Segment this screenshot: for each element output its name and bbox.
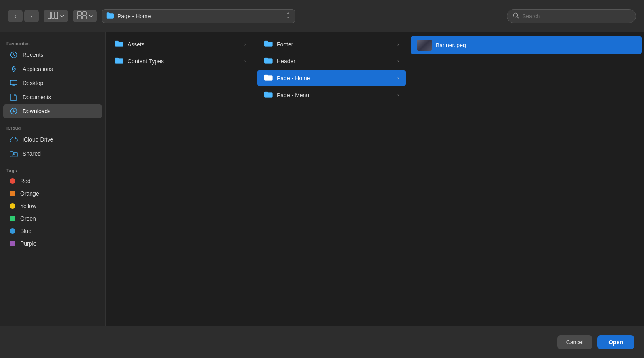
folder-icon bbox=[115, 40, 123, 49]
file-item-header[interactable]: Header › bbox=[257, 53, 406, 69]
folder-icon bbox=[264, 90, 273, 100]
tag-dot-red bbox=[10, 178, 15, 184]
svg-point-9 bbox=[13, 68, 15, 69]
tags-label: Tags bbox=[0, 166, 105, 175]
svg-rect-6 bbox=[83, 16, 86, 19]
sidebar-item-label: Purple bbox=[20, 240, 36, 247]
sidebar-item-label: Red bbox=[20, 178, 31, 184]
file-item-name: Banner.jpeg bbox=[436, 42, 466, 48]
sidebar-item-tag-yellow[interactable]: Yellow bbox=[3, 200, 102, 212]
sidebar-item-icloud-drive[interactable]: iCloud Drive bbox=[3, 133, 102, 146]
svg-rect-0 bbox=[48, 12, 51, 19]
file-item-name: Page - Menu bbox=[277, 92, 393, 98]
main-area: Favourites Recents Applications bbox=[0, 32, 644, 326]
thumbnail-image bbox=[417, 40, 432, 51]
doc-icon bbox=[10, 93, 18, 101]
chevron-right-icon: › bbox=[397, 75, 399, 81]
file-item-name: Content Types bbox=[128, 58, 240, 65]
tag-dot-green bbox=[10, 216, 15, 221]
file-item-name: Header bbox=[277, 58, 393, 65]
sidebar-item-tag-red[interactable]: Red bbox=[3, 175, 102, 187]
sidebar-item-label: Desktop bbox=[23, 80, 43, 86]
file-column-2: Footer › Header › bbox=[255, 32, 408, 326]
view-grid-button[interactable] bbox=[73, 10, 97, 22]
svg-rect-3 bbox=[77, 12, 81, 15]
cancel-button[interactable]: Cancel bbox=[557, 335, 593, 349]
sidebar-item-label: Blue bbox=[20, 228, 31, 234]
svg-rect-5 bbox=[77, 16, 81, 19]
sidebar-item-downloads[interactable]: Downloads bbox=[3, 104, 102, 118]
svg-rect-10 bbox=[10, 80, 17, 85]
tag-dot-yellow bbox=[10, 203, 15, 209]
columns-icon bbox=[48, 11, 58, 21]
file-item-name: Footer bbox=[277, 41, 393, 48]
sidebar-item-label: Downloads bbox=[23, 108, 50, 114]
columns-dropdown-arrow bbox=[60, 13, 64, 19]
sidebar-item-label: Green bbox=[20, 215, 36, 222]
sidebar-item-label: Applications bbox=[23, 66, 53, 72]
sidebar-item-label: Yellow bbox=[20, 203, 36, 209]
location-bar[interactable]: Page - Home bbox=[102, 9, 295, 23]
view-columns-button[interactable] bbox=[44, 10, 68, 22]
file-item-name: Page - Home bbox=[277, 75, 393, 81]
tag-dot-orange bbox=[10, 191, 15, 196]
tag-dot-blue bbox=[10, 228, 15, 234]
nav-buttons: ‹ › bbox=[8, 10, 39, 22]
sidebar: Favourites Recents Applications bbox=[0, 32, 106, 326]
folder-icon bbox=[115, 56, 123, 66]
icloud-label: iCloud bbox=[0, 123, 105, 132]
monitor-icon bbox=[10, 79, 18, 87]
folder-icon bbox=[264, 40, 273, 49]
sidebar-item-desktop[interactable]: Desktop bbox=[3, 76, 102, 90]
file-item-page-menu[interactable]: Page - Menu › bbox=[257, 87, 406, 103]
forward-button[interactable]: › bbox=[24, 10, 39, 22]
bottom-bar: Cancel Open bbox=[0, 326, 644, 358]
grid-dropdown-arrow bbox=[89, 13, 93, 19]
rocket-icon bbox=[10, 65, 18, 73]
clock-icon bbox=[10, 51, 18, 59]
file-item-name: Assets bbox=[128, 41, 240, 48]
chevron-right-icon: › bbox=[397, 42, 399, 47]
file-column-1: Assets › Content Types › bbox=[106, 32, 255, 326]
sidebar-item-label: Orange bbox=[20, 190, 39, 197]
folder-icon bbox=[264, 56, 273, 66]
search-icon bbox=[513, 12, 519, 20]
svg-rect-4 bbox=[83, 12, 86, 15]
back-button[interactable]: ‹ bbox=[8, 10, 23, 22]
open-button[interactable]: Open bbox=[597, 335, 634, 349]
file-column-3: Banner.jpeg bbox=[408, 32, 644, 326]
file-item-content-types[interactable]: Content Types › bbox=[108, 53, 252, 69]
location-text: Page - Home bbox=[117, 13, 282, 19]
sidebar-item-shared[interactable]: Shared bbox=[3, 147, 102, 160]
search-bar[interactable] bbox=[507, 9, 636, 23]
search-input[interactable] bbox=[522, 13, 630, 19]
file-area: Assets › Content Types › bbox=[106, 32, 644, 326]
sidebar-item-label: iCloud Drive bbox=[23, 136, 53, 143]
location-stepper-icon bbox=[285, 11, 291, 21]
file-item-footer[interactable]: Footer › bbox=[257, 36, 406, 52]
file-item-page-home[interactable]: Page - Home › bbox=[257, 70, 406, 86]
grid-icon bbox=[77, 11, 87, 21]
sidebar-item-recents[interactable]: Recents bbox=[3, 48, 102, 62]
file-item-banner-jpeg[interactable]: Banner.jpeg bbox=[411, 36, 642, 54]
favourites-label: Favourites bbox=[0, 39, 105, 48]
sidebar-item-label: Recents bbox=[23, 52, 43, 58]
sidebar-item-tag-green[interactable]: Green bbox=[3, 212, 102, 225]
svg-rect-1 bbox=[52, 12, 54, 19]
chevron-right-icon: › bbox=[397, 58, 399, 64]
tag-dot-purple bbox=[10, 241, 15, 246]
file-item-assets[interactable]: Assets › bbox=[108, 36, 252, 52]
folder-shared-icon bbox=[10, 150, 18, 158]
sidebar-item-applications[interactable]: Applications bbox=[3, 62, 102, 76]
sidebar-item-tag-blue[interactable]: Blue bbox=[3, 225, 102, 237]
chevron-right-icon: › bbox=[244, 58, 246, 64]
chevron-right-icon: › bbox=[397, 92, 399, 98]
sidebar-item-documents[interactable]: Documents bbox=[3, 90, 102, 104]
file-thumbnail bbox=[417, 40, 432, 51]
folder-icon bbox=[264, 73, 273, 83]
cloud-icon bbox=[10, 135, 18, 144]
toolbar: ‹ › bbox=[0, 0, 644, 32]
location-folder-icon bbox=[106, 12, 114, 20]
sidebar-item-tag-orange[interactable]: Orange bbox=[3, 187, 102, 200]
sidebar-item-tag-purple[interactable]: Purple bbox=[3, 237, 102, 250]
